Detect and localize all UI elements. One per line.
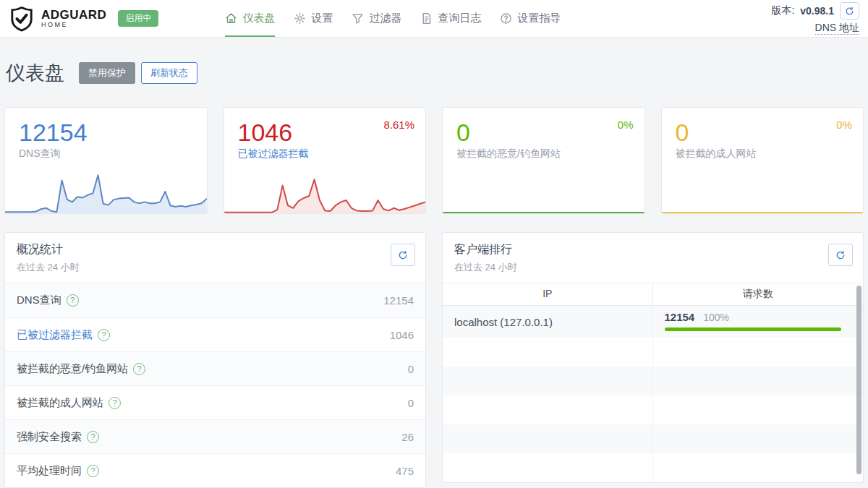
adult-value: 0 (676, 119, 864, 146)
help-icon[interactable]: ? (87, 465, 99, 477)
general-stats-title: 概况统计 (17, 242, 414, 257)
empty-table-row (443, 395, 863, 424)
stat-cards: 12154 DNS查询 1046 8.61% 已被过滤器拦截 0 0% 被拦截的… (4, 107, 864, 214)
stat-row-blocked-adult: 被拦截的成人网站? 0 (5, 385, 425, 419)
page-header: 仪表盘 禁用保护 刷新状态 (6, 60, 862, 86)
client-ip: localhost (127.0.0.1) (443, 306, 653, 338)
blocked-sparkline (224, 170, 426, 213)
top-header: ADGUARD HOME 启用中 仪表盘 设置 过滤器 查询日志 设置指导 版本… (0, 0, 868, 38)
malware-percent: 0% (618, 119, 634, 131)
nav-item-settings[interactable]: 设置 (294, 0, 333, 37)
stat-row-safe-search: 强制安全搜索? 26 (5, 419, 425, 453)
refresh-icon (845, 7, 854, 16)
adult-label: 被拦截的成人网站 (676, 147, 864, 160)
client-request-count: 12154 (665, 311, 695, 323)
logo-subtitle: HOME (41, 21, 106, 29)
column-header-requests[interactable]: 请求数 (653, 283, 864, 305)
nav-item-dashboard[interactable]: 仪表盘 (225, 0, 275, 37)
clients-table-header: IP 请求数 (443, 283, 863, 306)
home-icon (225, 12, 237, 25)
clients-table-body: localhost (127.0.0.1) 12154 100% BlogLcn (443, 306, 863, 482)
filter-icon (352, 12, 364, 25)
help-circle-icon (500, 12, 512, 25)
dns-queries-sparkline (5, 170, 207, 213)
card-dns-queries: 12154 DNS查询 (4, 107, 208, 214)
stat-row-blocked-malware: 被拦截的恶意/钓鱼网站? 0 (5, 351, 425, 385)
column-header-ip[interactable]: IP (443, 283, 653, 305)
malware-value: 0 (456, 119, 644, 146)
page-title: 仪表盘 (6, 60, 64, 86)
general-stats-header: 概况统计 在过去 24 小时 (5, 233, 425, 283)
dashboard-content: 仪表盘 禁用保护 刷新状态 12154 DNS查询 1046 8.61% 已被过… (0, 60, 868, 488)
nav-item-guide[interactable]: 设置指导 (500, 0, 561, 37)
general-stats-panel: 概况统计 在过去 24 小时 DNS查询? 12154 已被过滤器拦截? 104… (4, 232, 426, 488)
adguard-logo[interactable]: ADGUARD HOME (9, 0, 106, 37)
refresh-icon (398, 250, 408, 260)
blocked-label[interactable]: 已被过滤器拦截 (238, 147, 426, 160)
malware-flatline (443, 212, 644, 213)
empty-table-row (443, 367, 863, 395)
top-clients-refresh-button[interactable] (828, 244, 853, 266)
top-clients-subtitle: 在过去 24 小时 (454, 261, 851, 274)
card-blocked-malware: 0 0% 被拦截的恶意/钓鱼网站 (442, 107, 645, 214)
adult-flatline (662, 212, 864, 213)
document-icon (420, 12, 433, 25)
help-icon[interactable]: ? (67, 294, 79, 307)
blocked-percent: 8.61% (383, 119, 414, 131)
topbar-right: 版本: v0.98.1 DNS 地址 (771, 0, 859, 37)
general-stats-rows: DNS查询? 12154 已被过滤器拦截? 1046 被拦截的恶意/钓鱼网站? … (5, 283, 425, 487)
nav-item-filters[interactable]: 过滤器 (352, 0, 401, 37)
empty-table-row (443, 338, 863, 367)
stat-row-dns-queries: DNS查询? 12154 (5, 283, 425, 317)
logo-title: ADGUARD (41, 9, 106, 21)
version-label: 版本: (771, 4, 794, 17)
stat-row-avg-processing-time: 平均处理时间? 475 (5, 453, 425, 487)
top-clients-header: 客户端排行 在过去 24 小时 (443, 233, 863, 283)
card-blocked-by-filters: 1046 8.61% 已被过滤器拦截 (224, 107, 427, 214)
table-scrollbar[interactable] (856, 286, 861, 474)
nav-item-querylog[interactable]: 查询日志 (420, 0, 481, 37)
gear-icon (294, 12, 306, 25)
empty-table-row (443, 424, 863, 453)
dns-queries-label: DNS查询 (19, 147, 207, 160)
dns-queries-value: 12154 (19, 119, 207, 146)
general-stats-refresh-button[interactable] (391, 244, 415, 266)
check-update-button[interactable] (840, 2, 859, 20)
top-clients-title: 客户端排行 (454, 242, 851, 257)
malware-label: 被拦截的恶意/钓鱼网站 (456, 147, 644, 160)
dns-address-link[interactable]: DNS 地址 (815, 22, 859, 35)
refresh-icon (835, 250, 846, 260)
client-request-percent: 100% (703, 312, 729, 323)
main-nav: 仪表盘 设置 过滤器 查询日志 设置指导 (225, 0, 561, 37)
help-icon[interactable]: ? (87, 431, 99, 443)
stat-row-blocked-by-filters: 已被过滤器拦截? 1046 (5, 317, 425, 351)
shield-check-icon (9, 5, 35, 33)
client-row-localhost: localhost (127.0.0.1) 12154 100% (443, 306, 863, 338)
version-value: v0.98.1 (800, 5, 834, 17)
general-stats-subtitle: 在过去 24 小时 (17, 261, 414, 274)
help-icon[interactable]: ? (133, 363, 145, 375)
client-progress-bar (665, 328, 842, 331)
empty-table-row (443, 453, 863, 482)
status-badge: 启用中 (118, 10, 158, 27)
disable-protection-button[interactable]: 禁用保护 (79, 62, 135, 84)
lower-panels: 概况统计 在过去 24 小时 DNS查询? 12154 已被过滤器拦截? 104… (4, 232, 864, 488)
help-icon[interactable]: ? (109, 397, 121, 409)
adult-percent: 0% (836, 119, 852, 131)
refresh-status-button[interactable]: 刷新状态 (141, 62, 197, 84)
card-blocked-adult: 0 0% 被拦截的成人网站 (661, 107, 864, 214)
help-icon[interactable]: ? (98, 329, 110, 341)
top-clients-panel: 客户端排行 在过去 24 小时 IP 请求数 localhost (127.0.… (442, 232, 864, 483)
